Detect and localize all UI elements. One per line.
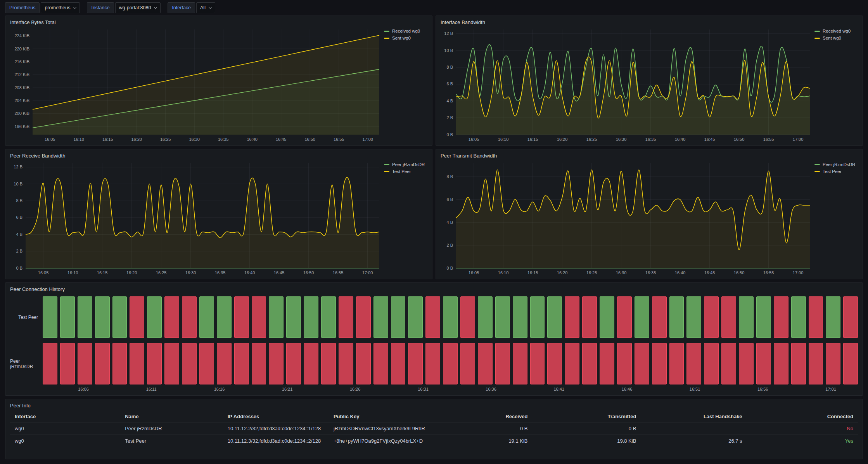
legend-label: Test Peer <box>823 169 842 174</box>
state-block-disconnected <box>234 343 249 384</box>
panel-title[interactable]: Peer Info <box>10 402 858 410</box>
table-header-cell[interactable]: Public Key <box>329 414 436 419</box>
table-header-cell[interactable]: Name <box>120 414 223 419</box>
legend-label: Sent wg0 <box>823 36 841 40</box>
svg-text:16:35: 16:35 <box>645 270 656 275</box>
state-block-connected <box>321 296 336 338</box>
table-header-cell[interactable]: IP Addresses <box>223 414 329 419</box>
panel-peer-transmit-bandwidth: Peer Transmit Bandwidth 0 B2 B4 B6 B8 B1… <box>436 149 863 279</box>
legend-item[interactable]: Test Peer <box>814 169 858 174</box>
svg-text:16:20: 16:20 <box>126 270 137 275</box>
state-block-connected <box>739 296 754 338</box>
state-block-disconnected <box>617 343 632 384</box>
state-block-disconnected <box>704 343 719 384</box>
table-cell: 0 B <box>436 426 532 431</box>
timeline-tick-label: 16:56 <box>757 387 768 391</box>
state-block-connected <box>600 296 614 338</box>
series-color-swatch <box>384 38 389 39</box>
panel-title[interactable]: Interface Bandwidth <box>441 19 858 26</box>
variable-dropdown-interface[interactable]: All <box>196 2 215 13</box>
peer-receive-bandwidth-chart[interactable]: 0 B2 B4 B6 B8 B10 B12 B16:0516:1016:1516… <box>10 160 382 277</box>
state-block-disconnected <box>652 343 667 384</box>
svg-text:16:35: 16:35 <box>645 137 656 142</box>
timeline-row: Peer jRzmDsDR <box>10 343 858 384</box>
state-block-disconnected <box>408 343 423 384</box>
table-cell: Test Peer <box>120 438 223 444</box>
chart-legend: Peer jRzmDsDRTest Peer <box>382 160 427 277</box>
state-block-disconnected <box>774 296 788 338</box>
state-timeline[interactable]: Test PeerPeer jRzmDsDR <box>10 293 858 387</box>
table-header-cell[interactable]: Received <box>436 414 532 419</box>
legend-item[interactable]: Test Peer <box>384 169 427 174</box>
timeline-tick-label: 16:36 <box>486 387 496 391</box>
variable-label-interface[interactable]: Interface <box>168 2 195 13</box>
variable-label-instance[interactable]: Instance <box>87 2 114 13</box>
interface-bandwidth-chart[interactable]: 0 B2 B4 B6 B8 B10 B12 B16:0516:1016:1516… <box>441 26 812 143</box>
svg-text:16:10: 16:10 <box>67 270 78 275</box>
svg-text:17:00: 17:00 <box>362 270 373 275</box>
peer-transmit-bandwidth-chart[interactable]: 0 B2 B4 B6 B8 B16:0516:1016:1516:2016:25… <box>441 160 812 277</box>
table-cell: No <box>747 426 858 431</box>
svg-text:17:00: 17:00 <box>793 137 804 142</box>
legend-item[interactable]: Sent wg0 <box>814 36 858 40</box>
state-block-disconnected <box>739 343 754 384</box>
table-header-cell[interactable]: Connected <box>747 414 858 419</box>
state-block-disconnected <box>356 343 371 384</box>
svg-text:12 B: 12 B <box>14 164 22 169</box>
state-block-disconnected <box>78 343 92 384</box>
panel-title[interactable]: Peer Receive Bandwidth <box>10 152 427 160</box>
series-color-swatch <box>814 38 820 39</box>
table-header-cell[interactable]: Transmitted <box>533 414 641 419</box>
timeline-tick-label: 16:41 <box>553 387 564 391</box>
state-block-disconnected <box>321 343 336 384</box>
table-cell: wg0 <box>10 438 120 444</box>
table-cell: 0 B <box>533 426 641 431</box>
state-block-connected <box>112 296 127 338</box>
state-block-connected <box>199 296 214 338</box>
table-header-cell[interactable]: Last Handshake <box>641 414 747 419</box>
panel-title[interactable]: Peer Connection History <box>10 286 858 293</box>
variable-value: prometheus <box>45 5 70 10</box>
svg-text:17:00: 17:00 <box>362 137 373 142</box>
variable-dropdown-instance[interactable]: wg-portal:8080 <box>115 2 161 13</box>
variable-label-prometheus[interactable]: Prometheus <box>5 2 40 13</box>
svg-text:0 B: 0 B <box>16 266 22 270</box>
state-block-disconnected <box>843 343 858 384</box>
svg-text:212 KiB: 212 KiB <box>14 72 29 77</box>
panel-title[interactable]: Interface Bytes Total <box>10 19 427 26</box>
legend-item[interactable]: Received wg0 <box>384 29 427 33</box>
state-block-disconnected <box>478 343 493 384</box>
timeline-blocks <box>43 296 858 338</box>
table-cell: jRzmDsDRVnwCt13vsyamXherk9L9RhR <box>329 426 436 431</box>
chart-legend: Peer jRzmDsDRTest Peer <box>812 160 858 277</box>
state-block-connected <box>43 296 57 338</box>
svg-text:8 B: 8 B <box>446 65 453 69</box>
state-block-disconnected <box>843 296 858 338</box>
legend-item[interactable]: Sent wg0 <box>384 36 427 40</box>
variable-group-instance: Instance wg-portal:8080 <box>87 2 161 13</box>
state-block-disconnected <box>252 343 266 384</box>
legend-item[interactable]: Peer jRzmDsDR <box>814 162 858 167</box>
svg-text:8 B: 8 B <box>446 174 453 179</box>
state-block-connected <box>373 296 388 338</box>
state-block-disconnected <box>217 343 232 384</box>
svg-text:2 B: 2 B <box>446 115 453 120</box>
legend-item[interactable]: Received wg0 <box>814 29 858 33</box>
table-cell: Yes <box>747 438 858 444</box>
legend-item[interactable]: Peer jRzmDsDR <box>384 162 427 167</box>
state-block-disconnected <box>252 296 266 338</box>
table-cell: 26.7 s <box>641 438 747 444</box>
state-block-disconnected <box>704 296 719 338</box>
svg-text:12 B: 12 B <box>444 31 453 36</box>
variable-dropdown-prometheus[interactable]: prometheus <box>41 2 80 13</box>
chevron-down-icon <box>154 5 157 9</box>
state-block-disconnected <box>686 343 701 384</box>
svg-text:16:40: 16:40 <box>675 270 686 275</box>
table-cell: +8he+pyWH7Oa9g2FVjIxQzy04brLX+D <box>329 438 436 444</box>
series-color-swatch <box>384 171 389 172</box>
interface-bytes-total-chart[interactable]: 196 KiB200 KiB204 KiB208 KiB212 KiB216 K… <box>10 26 382 143</box>
state-block-disconnected <box>425 343 440 384</box>
state-block-disconnected <box>617 296 632 338</box>
panel-title[interactable]: Peer Transmit Bandwidth <box>441 152 858 160</box>
table-header-cell[interactable]: Interface <box>10 414 120 419</box>
